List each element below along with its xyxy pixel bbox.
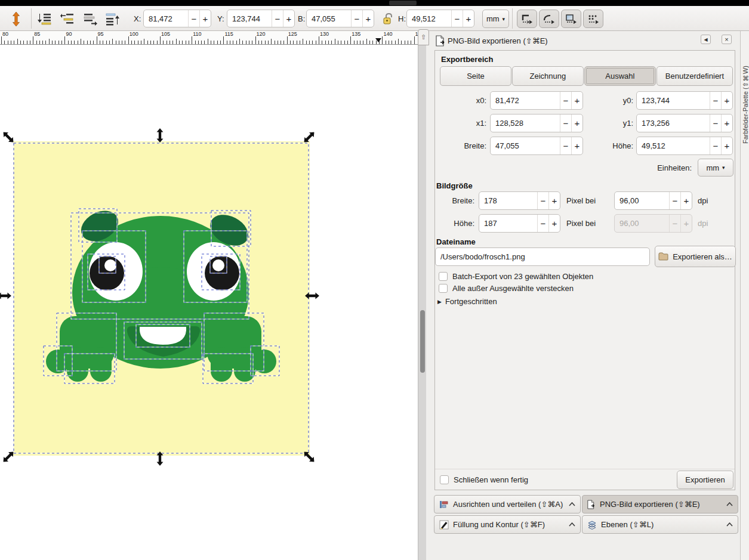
- x1-increment-button[interactable]: +: [571, 115, 582, 132]
- x1-decrement-button[interactable]: −: [560, 115, 571, 132]
- image-height-spinbox[interactable]: − +: [479, 214, 560, 233]
- batch-export-checkbox[interactable]: [439, 272, 448, 281]
- dock-tab-align-distribute[interactable]: Ausrichten und verteilen (⇧⌘A): [434, 495, 581, 513]
- area-width-increment-button[interactable]: +: [571, 137, 582, 154]
- frog-left-eye-highlight[interactable]: [104, 259, 116, 271]
- frog-right-thumb[interactable]: [252, 349, 276, 373]
- selection-scale-handle[interactable]: [156, 451, 164, 466]
- selected-artwork-frog[interactable]: [13, 141, 310, 456]
- height-increment-button[interactable]: +: [463, 10, 474, 27]
- collapse-chevron-icon[interactable]: [569, 522, 575, 527]
- image-height-increment-button[interactable]: +: [548, 215, 560, 232]
- dpi-width-decrement-button[interactable]: −: [669, 192, 680, 209]
- x-spinbox[interactable]: − +: [143, 10, 211, 27]
- area-height-decrement-button[interactable]: −: [710, 137, 721, 154]
- toolbar-units-dropdown[interactable]: mm ▾: [482, 10, 509, 28]
- panel-units-dropdown[interactable]: mm ▾: [698, 159, 733, 177]
- y0-decrement-button[interactable]: −: [710, 92, 721, 109]
- collapse-chevron-icon[interactable]: [726, 502, 733, 506]
- dpi-width-increment-button[interactable]: +: [680, 192, 692, 209]
- advanced-expander[interactable]: ▶ Fortgeschritten: [437, 297, 497, 306]
- area-height-increment-button[interactable]: +: [721, 137, 732, 154]
- y1-decrement-button[interactable]: −: [710, 115, 721, 132]
- export-button[interactable]: Exportieren: [677, 471, 733, 489]
- raise-to-top-button[interactable]: [102, 10, 122, 28]
- export-as-button[interactable]: Exportieren als…: [655, 246, 736, 267]
- x-decrement-button[interactable]: −: [188, 10, 199, 27]
- y0-increment-button[interactable]: +: [721, 92, 732, 109]
- lower-to-bottom-button[interactable]: [35, 10, 54, 28]
- y-increment-button[interactable]: +: [283, 10, 294, 27]
- image-width-decrement-button[interactable]: −: [537, 192, 548, 209]
- image-height-decrement-button[interactable]: −: [537, 215, 548, 232]
- y0-spinbox[interactable]: − +: [636, 91, 733, 110]
- move-stroke-toggle[interactable]: [517, 10, 537, 28]
- frog-right-finger[interactable]: [234, 347, 255, 382]
- height-decrement-button[interactable]: −: [451, 10, 463, 27]
- image-width-increment-button[interactable]: +: [548, 192, 560, 209]
- tab-benutzerdefiniert[interactable]: Benutzerdefiniert: [656, 66, 733, 86]
- vertical-scrollbar[interactable]: [418, 31, 426, 560]
- horizontal-ruler[interactable]: 8085909510010511011512012513013514014: [0, 31, 418, 45]
- collapse-chevron-icon[interactable]: [726, 522, 733, 527]
- raise-one-step-button[interactable]: [80, 10, 100, 28]
- tab-seite[interactable]: Seite: [440, 66, 511, 86]
- y1-spinbox[interactable]: − +: [636, 114, 733, 132]
- area-height-spinbox[interactable]: − +: [636, 137, 733, 155]
- dock-tab-fill-stroke[interactable]: Füllung und Kontur (⇧⌘F): [434, 515, 581, 534]
- frog-right-eye-highlight[interactable]: [212, 259, 224, 271]
- x-increment-button[interactable]: +: [199, 10, 211, 27]
- dpi-width-spinbox[interactable]: − +: [614, 191, 692, 210]
- transform-gradients-toggle[interactable]: [539, 10, 559, 28]
- close-when-done-checkbox[interactable]: [440, 475, 449, 484]
- selection-scale-handle[interactable]: [0, 292, 12, 300]
- selection-scale-handle[interactable]: [304, 292, 320, 300]
- area-height-input[interactable]: [637, 137, 710, 154]
- panel-dock-back-button[interactable]: ◀: [701, 35, 711, 44]
- hide-others-checkbox[interactable]: [439, 284, 448, 293]
- y-decrement-button[interactable]: −: [272, 10, 283, 27]
- width-decrement-button[interactable]: −: [351, 10, 362, 27]
- frog-left-finger[interactable]: [67, 347, 88, 382]
- x0-spinbox[interactable]: − +: [490, 91, 583, 110]
- y-spinbox[interactable]: − +: [227, 10, 295, 27]
- x0-increment-button[interactable]: +: [571, 92, 582, 109]
- area-width-decrement-button[interactable]: −: [560, 137, 571, 154]
- collapse-chevron-icon[interactable]: [569, 502, 575, 506]
- image-width-spinbox[interactable]: − +: [479, 191, 560, 210]
- x1-spinbox[interactable]: − +: [490, 114, 583, 132]
- tab-zeichnung[interactable]: Zeichnung: [512, 66, 584, 86]
- height-spinbox[interactable]: − +: [406, 10, 474, 27]
- transform-patterns-toggle[interactable]: [561, 10, 581, 28]
- width-input[interactable]: [307, 10, 351, 27]
- lock-ratio-button[interactable]: [380, 10, 396, 28]
- selection-scale-handle[interactable]: [301, 448, 318, 465]
- y1-input[interactable]: [637, 115, 710, 132]
- area-width-input[interactable]: [491, 137, 560, 154]
- selection-scale-handle[interactable]: [156, 128, 164, 143]
- width-increment-button[interactable]: +: [362, 10, 374, 27]
- width-spinbox[interactable]: − +: [306, 10, 374, 27]
- y1-increment-button[interactable]: +: [721, 115, 732, 132]
- x-input[interactable]: [144, 10, 188, 27]
- filename-input[interactable]: [435, 247, 650, 266]
- height-input[interactable]: [407, 10, 451, 27]
- drawing-canvas[interactable]: [0, 45, 418, 560]
- tab-auswahl[interactable]: Auswahl: [584, 66, 656, 86]
- dpi-width-input[interactable]: [615, 192, 669, 209]
- frog-left-thumb[interactable]: [46, 349, 70, 373]
- x0-decrement-button[interactable]: −: [560, 92, 571, 109]
- y0-input[interactable]: [637, 92, 710, 109]
- area-width-spinbox[interactable]: − +: [490, 137, 583, 155]
- x0-input[interactable]: [491, 92, 560, 109]
- dock-tab-layers[interactable]: Ebenen (⇧⌘L): [582, 515, 738, 534]
- image-width-input[interactable]: [479, 192, 537, 209]
- dock-tab-export-png[interactable]: PNG-Bild exportieren (⇧⌘E): [582, 495, 738, 513]
- vertical-scrollbar-thumb[interactable]: [420, 310, 425, 373]
- flip-vertical-button[interactable]: [6, 10, 26, 28]
- frog-left-finger[interactable]: [90, 347, 112, 382]
- panel-grip-tab[interactable]: ⇧: [418, 29, 429, 45]
- y-input[interactable]: [227, 10, 272, 27]
- panel-close-button[interactable]: ×: [722, 35, 732, 44]
- x1-input[interactable]: [491, 115, 560, 132]
